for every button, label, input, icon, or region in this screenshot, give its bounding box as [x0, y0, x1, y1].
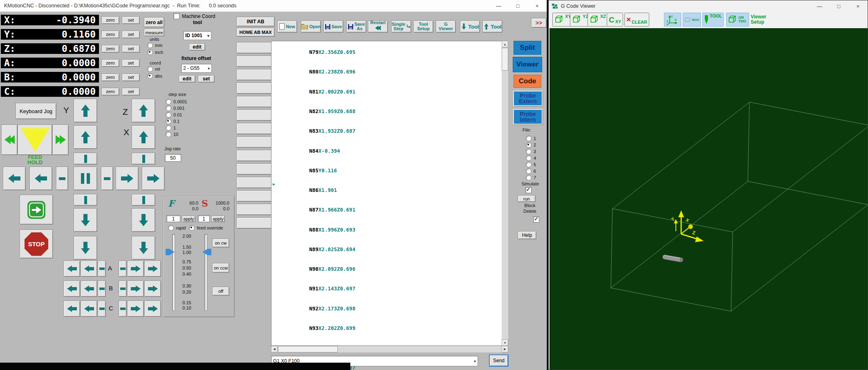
set-button[interactable]: set — [122, 16, 140, 24]
minimize-button[interactable]: — — [489, 0, 508, 11]
home-ab-max-button[interactable]: HOME AB MAX — [236, 28, 275, 37]
help-button[interactable]: Help — [518, 231, 536, 239]
clear-button[interactable]: × CLEAR — [624, 13, 649, 27]
gcode-line[interactable]: N88X1.996Z0.693 — [278, 220, 495, 240]
show-bounds-button[interactable]: BOX — [683, 13, 701, 27]
jog-c-minus-step-button[interactable] — [98, 301, 106, 317]
file-radio[interactable]: 3 — [526, 149, 536, 154]
scroll-down-icon[interactable]: ▼ — [502, 339, 508, 346]
gcode-line[interactable]: N90X2.092Z0.696 — [278, 259, 495, 279]
file-radio[interactable]: 1 — [526, 136, 536, 141]
single-step-button[interactable]: Single Step — [391, 20, 411, 33]
jog-y-minus-button[interactable] — [74, 208, 97, 232]
jog-x-minus-button[interactable] — [29, 167, 52, 190]
send-command-button[interactable]: Send — [489, 354, 509, 367]
scrollbar-thumb[interactable] — [278, 346, 338, 352]
jog-b-minus-step-button[interactable] — [98, 281, 106, 297]
run-button[interactable]: run — [518, 195, 536, 202]
aux-blank-button[interactable] — [236, 96, 274, 107]
step-size-radio[interactable]: 0.001 — [166, 105, 187, 111]
jog-z-stop-button[interactable] — [132, 194, 155, 206]
aux-blank-button[interactable] — [236, 217, 274, 229]
jog-b-plus-fast-button[interactable] — [144, 281, 161, 297]
jog-y-plus-fast-button[interactable] — [74, 99, 97, 123]
spindle-on-cw-button[interactable]: on cw — [212, 238, 229, 247]
tool-select[interactable]: ID 1001 ▾ — [183, 31, 211, 40]
coord-radio[interactable]: rel — [147, 66, 162, 71]
aux-blank-button[interactable] — [236, 42, 274, 53]
jog-c-plus-button[interactable] — [127, 301, 144, 317]
gcode-line[interactable]: N83X1.932Z0.687 — [278, 121, 495, 141]
probe-intern-button[interactable]: Probe Intern — [513, 109, 543, 125]
jog-z-plus-fast-button[interactable] — [132, 99, 155, 123]
override-mode-radio[interactable]: rapid — [168, 225, 186, 230]
aux-blank-button[interactable] — [236, 163, 274, 175]
gcode-vertical-scrollbar[interactable]: ▲ ▼ — [502, 41, 508, 346]
step-size-radio[interactable]: 10 — [166, 132, 187, 137]
more-toolbar-button[interactable]: >> — [531, 18, 547, 28]
measure-button[interactable]: measure — [144, 29, 164, 36]
gcode-horizontal-scrollbar[interactable]: ◀ ▶ — [271, 346, 508, 352]
feed-apply-button[interactable]: apply — [182, 216, 195, 222]
jog-pause-button[interactable] — [74, 167, 97, 190]
viewer-setup-label[interactable]: Viewer Setup — [751, 14, 766, 25]
coord-radio[interactable]: abs — [147, 73, 162, 78]
spindle-slider-thumb[interactable] — [202, 249, 211, 255]
maximize-button[interactable]: □ — [829, 0, 848, 12]
spindle-override-input[interactable] — [198, 215, 210, 222]
ortho-button[interactable]: OR THO — [726, 13, 749, 27]
spindle-on-ccw-button[interactable]: on ccw — [212, 263, 229, 273]
scroll-left-icon[interactable]: ◀ — [271, 346, 278, 352]
stop-button[interactable]: STOP — [20, 230, 53, 259]
jog-a-minus-step-button[interactable] — [98, 261, 106, 277]
scroll-right-icon[interactable]: ▶ — [502, 346, 508, 352]
titlebar[interactable]: KMotionCNC - Disconnected - D:\KMotion43… — [0, 0, 547, 12]
jog-z-stop-button[interactable] — [132, 153, 155, 165]
scrollbar-thumb[interactable] — [502, 48, 508, 71]
probe-extern-button[interactable]: Probe Extern — [513, 91, 543, 106]
spindle-off-button[interactable]: off — [212, 287, 229, 296]
feed-slider-thumb[interactable] — [166, 249, 175, 255]
jog-y-minus-fast-button[interactable] — [74, 236, 97, 260]
gcode-line[interactable]: N85Y0.116 — [278, 161, 495, 181]
set-button[interactable]: set — [122, 59, 140, 67]
machine-coord-checkbox[interactable]: Machine Coord — [173, 13, 215, 19]
zero-all-button[interactable]: zero all — [144, 17, 164, 27]
scroll-up-icon[interactable]: ▲ — [502, 41, 508, 47]
jog-a-plus-step-button[interactable] — [119, 261, 127, 277]
keyboard-jog-button[interactable]: Keyboard Jog — [16, 103, 56, 119]
jog-a-plus-fast-button[interactable] — [144, 261, 161, 277]
jog-x-plus-button[interactable] — [116, 167, 139, 190]
gcode-line[interactable]: N91X2.143Z0.697 — [278, 279, 495, 299]
tool-edit-button[interactable]: edit — [189, 43, 205, 51]
jog-y-stop-button[interactable] — [74, 153, 97, 165]
fixture-set-button[interactable]: set — [198, 75, 215, 82]
jog-x-minus-fast-button[interactable] — [3, 167, 26, 190]
jog-b-plus-step-button[interactable] — [119, 281, 127, 297]
split-view-button[interactable]: Split — [514, 41, 541, 55]
jog-a-plus-button[interactable] — [127, 261, 144, 277]
file-radio[interactable]: 7 — [526, 175, 536, 180]
aux-blank-button[interactable] — [236, 190, 274, 202]
aux-blank-button[interactable] — [236, 69, 274, 80]
step-size-radio[interactable]: 0.01 — [166, 112, 187, 117]
jog-b-minus-fast-button[interactable] — [63, 281, 80, 297]
show-tool-button[interactable]: TOOL — [702, 13, 724, 27]
units-radio[interactable]: inch — [147, 49, 163, 55]
set-button[interactable]: set — [122, 45, 140, 53]
aux-blank-button[interactable] — [236, 150, 274, 161]
feed-rate-increase-button[interactable] — [52, 125, 69, 155]
set-button[interactable]: set — [122, 31, 140, 38]
jog-x-plus-step-button[interactable] — [101, 167, 113, 190]
zero-button[interactable]: zero — [101, 16, 119, 24]
jog-c-minus-fast-button[interactable] — [63, 301, 80, 317]
zero-button[interactable]: zero — [101, 88, 119, 96]
jog-c-minus-button[interactable] — [81, 301, 97, 317]
aux-blank-button[interactable] — [236, 82, 274, 94]
jog-b-minus-button[interactable] — [81, 281, 97, 297]
gcode-line[interactable]: N89X2.025Z0.694 — [278, 240, 495, 259]
block-delete-checkbox[interactable] — [533, 216, 539, 223]
set-button[interactable]: set — [122, 88, 140, 96]
maximize-button[interactable]: □ — [508, 0, 527, 11]
g-viewer-button[interactable]: G Viewer — [436, 20, 456, 33]
